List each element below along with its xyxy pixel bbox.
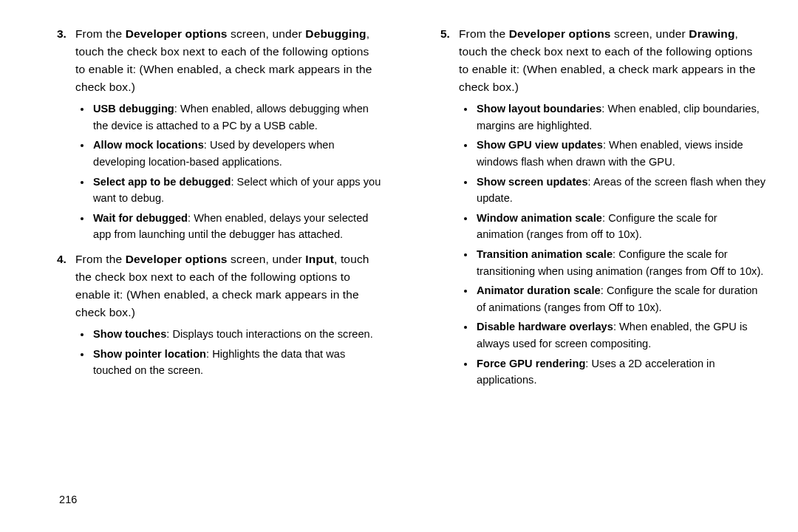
list-item: Show GPU view updates: When enabled, vie…: [475, 137, 765, 170]
t: Show touches: [93, 328, 166, 340]
t: Disable hardware overlays: [477, 321, 613, 332]
list-item: Allow mock locations: Used by developers…: [92, 137, 382, 170]
step-4-bullets: Show touches: Displays touch interaction…: [38, 326, 382, 379]
list-item: USB debugging: When enabled, allows debu…: [92, 100, 382, 134]
step-body: From the Developer options screen, under…: [75, 250, 382, 321]
page-number: 216: [59, 491, 77, 508]
step-3: 3. From the Developer options screen, un…: [44, 25, 382, 96]
step-body: From the Developer options screen, under…: [75, 25, 382, 96]
t: Show GPU view updates: [477, 139, 603, 151]
t: Drawing: [689, 27, 734, 40]
t: Select app to be debugged: [93, 176, 231, 188]
right-column: 5. From the Developer options screen, un…: [422, 25, 765, 396]
t: Show pointer location: [93, 348, 206, 360]
step-number: 4.: [44, 250, 75, 321]
list-item: Show pointer location: Highlights the da…: [92, 346, 382, 379]
list-item: Transition animation scale: Configure th…: [475, 246, 765, 279]
t: Debugging: [305, 27, 366, 40]
t: Input: [305, 253, 334, 265]
list-item: Window animation scale: Configure the sc…: [475, 210, 765, 243]
t: Window animation scale: [477, 212, 602, 224]
t: screen, under: [231, 253, 305, 265]
left-column: 3. From the Developer options screen, un…: [38, 25, 382, 396]
step-5: 5. From the Developer options screen, un…: [428, 25, 765, 96]
list-item: Wait for debugged: When enabled, delays …: [92, 210, 382, 243]
t: Developer options: [509, 27, 611, 40]
step-4: 4. From the Developer options screen, un…: [44, 250, 382, 321]
list-item: Force GPU rendering: Uses a 2D accelerat…: [475, 355, 765, 389]
t: From the: [75, 253, 126, 265]
t: Developer options: [126, 253, 228, 265]
t: screen, under: [614, 27, 689, 40]
t: Show layout boundaries: [477, 103, 601, 115]
t: From the: [75, 27, 126, 40]
t: Transition animation scale: [477, 248, 613, 260]
t: Force GPU rendering: [477, 358, 585, 369]
step-number: 3.: [44, 25, 75, 96]
t: Wait for debugged: [93, 212, 188, 224]
t: Animator duration scale: [477, 284, 601, 296]
list-item: Show layout boundaries: When enabled, cl…: [475, 100, 765, 134]
t: From the: [459, 27, 509, 40]
list-item: Disable hardware overlays: When enabled,…: [475, 318, 765, 352]
step-3-bullets: USB debugging: When enabled, allows debu…: [38, 100, 382, 243]
t: Developer options: [126, 27, 228, 40]
t: USB debugging: [93, 103, 174, 115]
t: : Displays touch interactions on the scr…: [166, 328, 373, 340]
t: screen, under: [231, 27, 305, 40]
step-5-bullets: Show layout boundaries: When enabled, cl…: [422, 100, 765, 389]
list-item: Show touches: Displays touch interaction…: [92, 326, 382, 343]
t: Allow mock locations: [93, 139, 204, 151]
list-item: Select app to be debugged: Select which …: [92, 174, 382, 207]
t: Show screen updates: [477, 176, 588, 188]
step-body: From the Developer options screen, under…: [459, 25, 765, 96]
list-item: Animator duration scale: Configure the s…: [475, 282, 765, 316]
step-number: 5.: [428, 25, 459, 96]
list-item: Show screen updates: Areas of the screen…: [475, 174, 765, 207]
